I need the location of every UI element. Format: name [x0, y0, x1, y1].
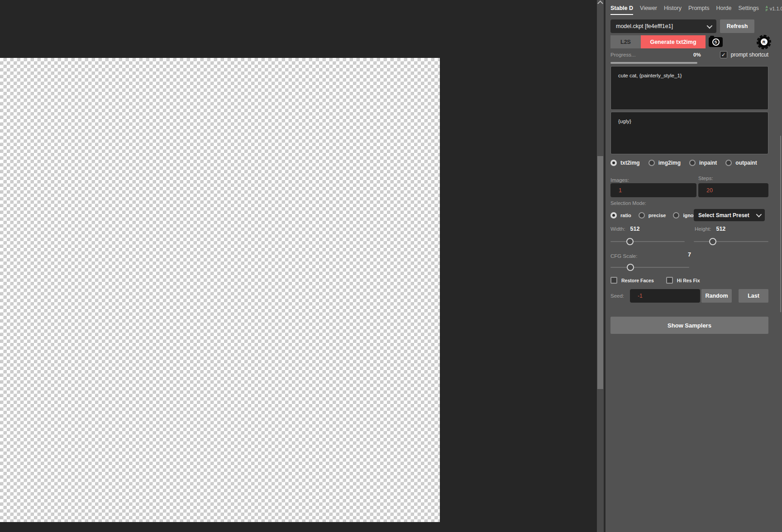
- version-label: v1.1.0: [770, 6, 782, 11]
- gear-letter: R: [761, 38, 768, 45]
- radio-precise-label: precise: [648, 213, 666, 218]
- show-samplers-button[interactable]: Show Samplers: [610, 317, 768, 334]
- plugin-version-group: A P v1.1.0: [766, 5, 782, 12]
- cfg-slider-track[interactable]: [610, 267, 689, 268]
- cfg-slider[interactable]: [610, 263, 689, 271]
- random-seed-button[interactable]: Random: [701, 289, 732, 303]
- stable-diffusion-panel: Stable D Viewer History Prompts Horde Se…: [606, 0, 782, 532]
- radio-inpaint[interactable]: inpaint: [689, 160, 717, 166]
- radio-img2img[interactable]: img2img: [648, 160, 681, 166]
- tab-prompts[interactable]: Prompts: [688, 5, 710, 12]
- cfg-scale-value: 7: [688, 252, 691, 258]
- camera-lens-letter: S: [712, 38, 720, 46]
- radio-txt2img[interactable]: txt2img: [610, 160, 640, 166]
- panel-scrollbar-thumb[interactable]: [780, 136, 781, 312]
- prompt-shortcut-label: prompt shortcut: [731, 52, 768, 58]
- model-row: model.ckpt [fe4efff1e1] Refresh: [610, 19, 768, 33]
- seed-input[interactable]: -1: [630, 289, 700, 303]
- radio-precise-control[interactable]: [639, 212, 645, 218]
- cfg-scale-label: CFG Scale:: [610, 253, 637, 259]
- radio-ratio-label: ratio: [620, 213, 631, 218]
- progress-bar: [610, 62, 697, 64]
- height-slider-track[interactable]: [694, 241, 768, 242]
- cfg-slider-thumb[interactable]: [627, 264, 634, 271]
- cfg-scale-row: CFG Scale: 7: [610, 252, 768, 258]
- height-label: Height:: [695, 226, 711, 232]
- model-select-value: model.ckpt [fe4efff1e1]: [616, 23, 673, 29]
- selection-mode-row: ratio precise ignore Select Smart Preset: [610, 209, 768, 221]
- width-value: 512: [630, 226, 640, 232]
- width-height-labels: Width: 512 Height: 512: [610, 226, 768, 232]
- prompt-shortcut-checkbox[interactable]: [720, 51, 727, 58]
- ap-logo-p: P: [766, 9, 768, 12]
- radio-ratio[interactable]: ratio: [610, 212, 631, 218]
- images-input[interactable]: 1: [610, 183, 696, 197]
- workspace-scrollbar[interactable]: [597, 0, 604, 532]
- radio-img2img-label: img2img: [658, 160, 681, 166]
- generation-mode-radios: txt2img img2img inpaint outpaint: [610, 159, 768, 166]
- last-seed-button[interactable]: Last: [739, 289, 768, 303]
- smart-preset-select[interactable]: Select Smart Preset: [694, 209, 765, 221]
- radio-outpaint-label: outpaint: [735, 160, 757, 166]
- negative-prompt-textarea[interactable]: {ugly}: [610, 112, 768, 154]
- width-slider-track[interactable]: [610, 241, 685, 242]
- action-row: L2S Generate txt2img S R: [610, 35, 768, 48]
- hi-res-fix-label: Hi Res Fix: [677, 278, 700, 283]
- positive-prompt-textarea[interactable]: cute cat, {painterly_style_1}: [610, 66, 768, 110]
- chevron-down-icon: [756, 212, 762, 218]
- images-steps-labels: Images: Steps:: [610, 176, 768, 182]
- fix-options-row: Restore Faces Hi Res Fix: [610, 276, 768, 284]
- scroll-up-icon[interactable]: [597, 0, 603, 6]
- generate-txt2img-button[interactable]: Generate txt2img: [641, 35, 706, 48]
- hi-res-fix-checkbox[interactable]: [666, 277, 673, 284]
- height-slider[interactable]: [694, 238, 768, 246]
- ap-logo-a: A: [766, 5, 768, 9]
- progress-row: Progress... 0% prompt shortcut: [610, 51, 768, 59]
- width-group: Width: 512: [610, 226, 639, 232]
- images-steps-inputs: 1 20: [610, 183, 768, 197]
- smart-preset-value: Select Smart Preset: [698, 212, 749, 218]
- width-slider-thumb[interactable]: [626, 238, 634, 245]
- radio-txt2img-control[interactable]: [610, 160, 617, 166]
- chevron-down-icon: [707, 23, 713, 28]
- radio-inpaint-control[interactable]: [689, 160, 696, 166]
- tab-horde[interactable]: Horde: [716, 5, 731, 12]
- ap-logo-icon: A P: [766, 5, 768, 12]
- selection-mode-label: Selection Mode:: [610, 200, 768, 206]
- radio-ignore-control[interactable]: [673, 212, 679, 218]
- progress-label: Progress...: [610, 52, 636, 57]
- seed-label: Seed:: [610, 293, 630, 299]
- width-slider[interactable]: [610, 238, 685, 246]
- width-height-sliders: [610, 238, 768, 246]
- restore-faces-label: Restore Faces: [621, 278, 654, 283]
- radio-inpaint-label: inpaint: [699, 160, 717, 166]
- model-select[interactable]: model.ckpt [fe4efff1e1]: [610, 19, 716, 33]
- refresh-button[interactable]: Refresh: [720, 19, 754, 33]
- height-value: 512: [716, 226, 725, 232]
- radio-txt2img-label: txt2img: [620, 160, 640, 166]
- tab-settings[interactable]: Settings: [739, 5, 759, 12]
- scrollbar-thumb[interactable]: [597, 156, 603, 389]
- l2s-button[interactable]: L2S: [610, 35, 641, 48]
- radio-outpaint[interactable]: outpaint: [725, 160, 757, 166]
- gear-settings-icon[interactable]: R: [758, 36, 770, 48]
- cfg-slider-row: [610, 263, 768, 271]
- progress-percent: 0%: [693, 52, 701, 57]
- width-label: Width:: [610, 226, 625, 232]
- panel-tabs: Stable D Viewer History Prompts Horde Se…: [610, 2, 768, 15]
- tab-viewer[interactable]: Viewer: [640, 5, 657, 12]
- camera-snapshot-icon[interactable]: S: [709, 37, 723, 47]
- tab-history[interactable]: History: [664, 5, 682, 12]
- steps-label: Steps:: [698, 176, 713, 181]
- height-slider-thumb[interactable]: [709, 238, 716, 245]
- images-label: Images:: [610, 177, 629, 183]
- tab-stable-d[interactable]: Stable D: [610, 5, 633, 12]
- radio-ratio-control[interactable]: [610, 212, 617, 218]
- radio-img2img-control[interactable]: [648, 160, 655, 166]
- steps-input[interactable]: 20: [698, 183, 768, 197]
- radio-precise[interactable]: precise: [639, 212, 666, 218]
- height-group: Height: 512: [695, 226, 725, 232]
- document-canvas-transparent[interactable]: [0, 58, 440, 522]
- radio-outpaint-control[interactable]: [725, 160, 732, 166]
- restore-faces-checkbox[interactable]: [610, 277, 617, 284]
